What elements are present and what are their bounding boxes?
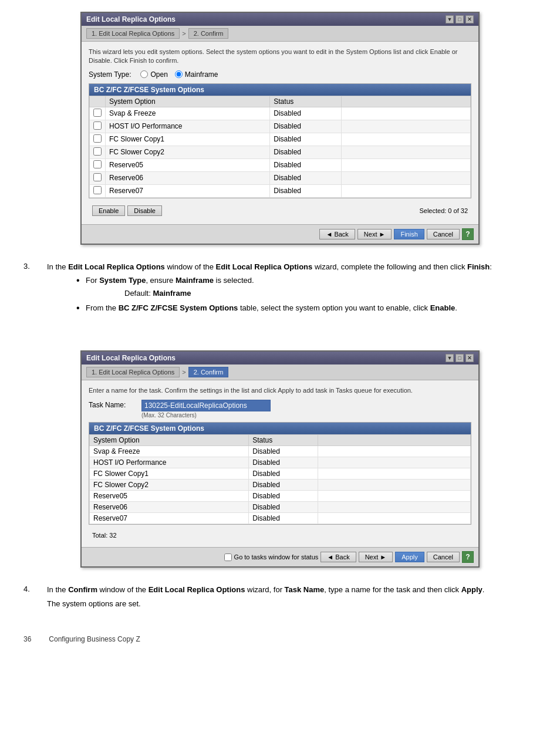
footer-text: Configuring Business Copy Z [49,635,140,643]
row-empty [342,158,471,171]
row-option: Reserve05 [90,491,249,502]
row-empty [342,146,471,158]
next-button-2[interactable]: Next ► [359,552,393,562]
tab-edit-local-2[interactable]: 1. Edit Local Replica Options [86,367,180,377]
step3-text: In the Edit Local Replica Options window… [47,261,537,321]
radio-open-label: Open [150,70,167,79]
selected-count: Selected: 0 of 32 [419,207,468,214]
row-empty [318,480,471,491]
row-checkbox[interactable] [93,147,102,156]
tab-confirm-2[interactable]: 2. Confirm [188,367,229,377]
page-footer: 36 Configuring Business Copy Z [23,635,537,643]
go-tasks-group: Go to tasks window for status [224,553,319,561]
restore-icon-2[interactable]: □ [456,354,464,362]
help-button-1[interactable]: ? [462,228,474,240]
step3-content: 3. In the Edit Local Replica Options win… [23,255,537,333]
task-name-input[interactable] [141,400,271,411]
back-button-1[interactable]: ◄ Back [319,229,355,239]
row-option: FC Slower Copy1 [106,133,270,146]
radio-open[interactable]: Open [140,70,167,79]
table-row: Svap & Freeze Disabled [90,107,471,120]
dialog-footer-2: Go to tasks window for status ◄ Back Nex… [82,547,478,566]
row-checkbox-cell [90,133,106,146]
minimize-icon-2[interactable]: ▼ [446,354,454,362]
help-button-2[interactable]: ? [462,551,474,563]
step4-bold3: Task Name [285,585,325,594]
system-type-row: System Type: Open Mainframe [89,70,471,79]
minimize-icon[interactable]: ▼ [446,15,454,23]
row-checkbox[interactable] [93,134,102,143]
table-row: Reserve05 Disabled [90,158,471,171]
finish-button-1[interactable]: Finish [394,229,424,239]
step3-b2-bold1: BC Z/FC Z/FCSE System Options [119,303,238,312]
go-tasks-checkbox[interactable] [224,553,232,561]
col-option-2: System Option [90,435,249,446]
total-count: Total: 32 [92,532,117,539]
table-row: FC Slower Copy2 Disabled [90,480,471,491]
radio-open-input[interactable] [140,70,148,78]
step3-bold2: Edit Local Replica Options [216,262,313,271]
col-option-1: System Option [106,96,270,107]
row-option: Reserve06 [90,502,249,513]
row-empty [318,502,471,513]
tab-arrow-1: > [182,30,185,37]
row-checkbox[interactable] [93,109,102,117]
restore-icon[interactable]: □ [456,15,464,23]
row-empty [342,171,471,184]
tab-edit-local-1[interactable]: 1. Edit Local Replica Options [86,28,180,39]
step4-bold2: Edit Local Replica Options [149,585,245,594]
col-empty-1 [342,96,471,107]
tab-confirm-1[interactable]: 2. Confirm [188,28,229,39]
step4-bold4: Apply [461,585,483,594]
cancel-button-1[interactable]: Cancel [427,229,460,239]
disable-button[interactable]: Disable [127,205,162,216]
close-icon[interactable]: ✕ [465,15,474,23]
row-empty [318,446,471,457]
table-row: Reserve06 Disabled [90,502,471,513]
enable-button[interactable]: Enable [92,205,125,216]
options-table-container-2: BC Z/FC Z/FCSE System Options System Opt… [89,422,471,525]
table-row: FC Slower Copy1 Disabled [90,133,471,146]
cancel-button-2[interactable]: Cancel [427,552,460,562]
col-status-1: Status [270,96,342,107]
table-row: Reserve06 Disabled [90,171,471,184]
row-empty [318,468,471,480]
next-button-1[interactable]: Next ► [357,229,392,239]
step3-row: 3. In the Edit Local Replica Options win… [23,261,537,321]
row-checkbox-cell [90,184,106,197]
table-row: HOST I/O Performance Disabled [90,120,471,133]
task-name-hint: (Max. 32 Characters) [141,412,271,418]
task-name-input-wrap: (Max. 32 Characters) [141,400,271,418]
options-table-header-2: BC Z/FC Z/FCSE System Options [89,423,471,434]
radio-mainframe-input[interactable] [175,70,183,78]
titlebar-icons-2: ▼ □ ✕ [446,354,474,362]
step4-text: In the Confirm window of the Edit Local … [47,584,537,612]
col-check-1 [90,96,106,107]
close-icon-2[interactable]: ✕ [465,354,474,362]
step3-para: In the Edit Local Replica Options window… [47,261,537,273]
row-checkbox[interactable] [93,160,102,168]
back-button-2[interactable]: ◄ Back [321,552,356,562]
row-checkbox[interactable] [93,121,102,130]
radio-mainframe[interactable]: Mainframe [175,70,218,79]
table-row: FC Slower Copy2 Disabled [90,146,471,158]
row-status: Disabled [270,158,342,171]
row-empty [342,107,471,120]
dialog2-table-body: Svap & Freeze Disabled HOST I/O Performa… [90,446,471,524]
row-option: Reserve07 [90,513,249,524]
step4-number: 4. [23,584,47,593]
row-checkbox-cell [90,120,106,133]
apply-button[interactable]: Apply [395,552,424,562]
row-checkbox[interactable] [93,186,102,194]
row-checkbox[interactable] [93,173,102,181]
table-footer-2: Total: 32 [89,529,471,541]
options-table-header-1: BC Z/FC Z/FCSE System Options [89,84,471,96]
row-status: Disabled [270,171,342,184]
enable-disable-group: Enable Disable [92,205,162,216]
table-header-row-2: System Option Status [90,435,471,446]
dialog-desc-1: This wizard lets you edit system options… [89,48,471,66]
row-status: Disabled [249,468,318,480]
options-table-container-1: BC Z/FC Z/FCSE System Options System Opt… [89,83,471,198]
tab-arrow-2: > [182,369,185,376]
options-table-1: System Option Status Svap & Freeze Disab… [89,96,471,198]
